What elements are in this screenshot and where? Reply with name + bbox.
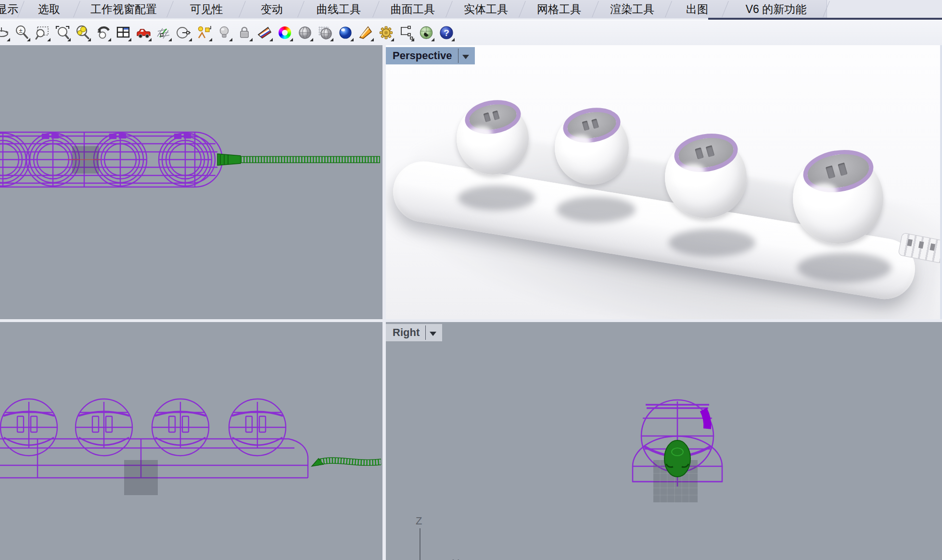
- axis-y-label: Y: [452, 557, 459, 560]
- socket-ball-4: [793, 153, 883, 244]
- rotate-view-icon[interactable]: [0, 24, 11, 42]
- cplane-grid-icon[interactable]: [155, 24, 172, 42]
- color-wheel-icon[interactable]: [276, 24, 293, 42]
- menu-select[interactable]: 选取: [21, 0, 77, 18]
- top-view-wireframe: [0, 45, 382, 319]
- zoom-dynamic-icon[interactable]: ±: [13, 24, 31, 42]
- axis-z-label: Z: [416, 515, 422, 527]
- ball-shadow: [557, 197, 636, 223]
- wireframe-viewport-icon[interactable]: [317, 24, 334, 42]
- menu-curve-tools[interactable]: 曲线工具: [301, 0, 376, 18]
- zoom-window-icon[interactable]: [34, 24, 51, 42]
- help-icon[interactable]: ?: [438, 24, 455, 42]
- shaded-viewport-icon[interactable]: [296, 24, 314, 42]
- viewport-title-text: Right: [393, 326, 420, 339]
- lock-icon[interactable]: [236, 24, 253, 42]
- control-points-icon[interactable]: [195, 24, 213, 42]
- viewport-grid: Perspective: [0, 45, 942, 560]
- view-toolbar: ±: [0, 20, 942, 46]
- menu-bar-empty-area: [827, 0, 942, 18]
- viewport-perspective[interactable]: Perspective: [386, 45, 942, 319]
- axis-z-line: [420, 528, 420, 560]
- viewport-title-text: Perspective: [393, 50, 452, 62]
- viewport-front[interactable]: [0, 322, 382, 560]
- axis-gnomon: Z Y: [408, 515, 475, 560]
- viewport-layout-icon[interactable]: [115, 24, 132, 42]
- chevron-down-icon[interactable]: [430, 332, 436, 336]
- front-view-wireframe: [0, 322, 382, 560]
- undo-view-icon[interactable]: [94, 24, 112, 42]
- car-icon[interactable]: [135, 24, 152, 42]
- menu-display[interactable]: 显示: [0, 0, 21, 18]
- zoom-extents-icon[interactable]: [54, 24, 71, 42]
- menu-solid-tools[interactable]: 实体工具: [449, 0, 522, 18]
- lamp-icon[interactable]: [216, 24, 233, 42]
- socket-ball-1: [457, 102, 529, 174]
- viewport-title-perspective[interactable]: Perspective: [386, 47, 475, 64]
- menu-mesh-tools[interactable]: 网格工具: [522, 0, 596, 18]
- label-separator: [458, 49, 458, 63]
- earth-clock-icon[interactable]: [418, 24, 435, 42]
- svg-text:±: ±: [19, 27, 22, 34]
- label-separator: [425, 325, 426, 340]
- layer-wedge-icon[interactable]: [256, 24, 273, 42]
- zoom-target-icon[interactable]: [74, 24, 91, 42]
- set-view-circle-icon[interactable]: [175, 24, 192, 42]
- viewport-right[interactable]: Right: [386, 322, 942, 560]
- menu-viewport-config[interactable]: 工作视窗配置: [77, 0, 170, 18]
- dimension-points-icon[interactable]: [397, 24, 415, 42]
- menu-bar: 显示 选取 工作视窗配置 可见性 变动 曲线工具 曲面工具 实体工具 网格工具 …: [0, 0, 942, 18]
- menu-v6-new-features[interactable]: V6 的新功能: [726, 0, 827, 18]
- socket-ball-3: [665, 137, 747, 218]
- viewport-top[interactable]: [0, 45, 382, 319]
- viewport-title-right[interactable]: Right: [386, 324, 442, 341]
- menu-plot[interactable]: 出图: [669, 0, 726, 18]
- menu-render-tools[interactable]: 渲染工具: [596, 0, 669, 18]
- rendered-viewport-icon[interactable]: [337, 24, 354, 42]
- menu-transform[interactable]: 变动: [242, 0, 301, 18]
- chevron-down-icon[interactable]: [462, 55, 469, 59]
- menu-surface-tools[interactable]: 曲面工具: [376, 0, 449, 18]
- ball-shadow: [797, 253, 891, 283]
- menu-visibility[interactable]: 可见性: [170, 0, 242, 18]
- ball-shadow: [458, 186, 535, 211]
- socket-ball-2: [555, 111, 629, 185]
- svg-text:?: ?: [444, 28, 449, 38]
- settings-gear-icon[interactable]: [377, 24, 395, 42]
- ball-shadow: [669, 229, 755, 257]
- spotlight-icon[interactable]: [357, 24, 374, 42]
